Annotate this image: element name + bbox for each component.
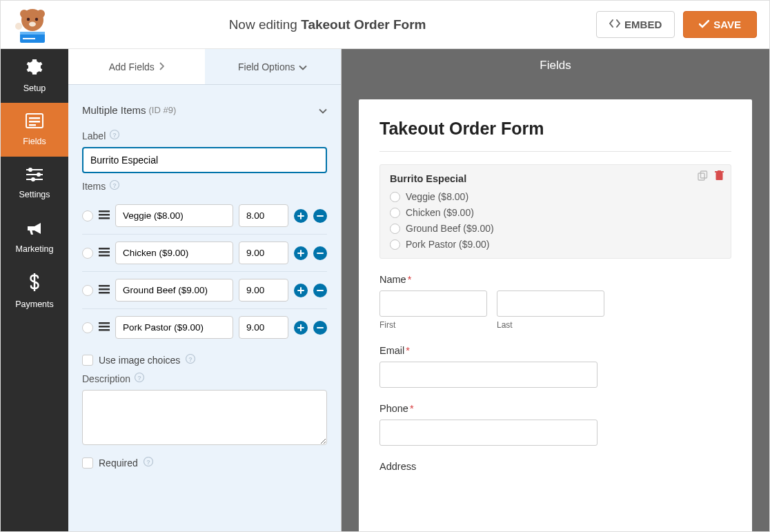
sidebar-label: Payments [15, 299, 54, 309]
svg-rect-31 [99, 288, 110, 290]
remove-item-button[interactable] [313, 209, 327, 223]
item-price-input[interactable] [239, 279, 288, 302]
description-textarea[interactable] [82, 390, 327, 445]
field-panel: Add Fields Field Options Multiple Items … [68, 49, 342, 531]
svg-rect-26 [99, 217, 110, 219]
help-icon[interactable]: ? [135, 373, 144, 384]
add-item-button[interactable] [294, 321, 308, 335]
item-default-radio[interactable] [82, 285, 93, 296]
field-label-input[interactable] [82, 147, 327, 173]
help-icon[interactable]: ? [144, 457, 153, 469]
drag-handle-icon[interactable] [99, 321, 110, 335]
svg-text:?: ? [113, 132, 117, 139]
sidebar-label: Setup [23, 83, 46, 93]
option-label: Pork Pastor ($9.00) [406, 239, 489, 250]
bullhorn-icon [26, 221, 43, 240]
svg-rect-28 [99, 251, 110, 253]
preview-option[interactable]: Ground Beef ($9.00) [390, 223, 721, 234]
svg-rect-24 [99, 210, 110, 213]
help-icon[interactable]: ? [110, 130, 119, 141]
radio-icon [390, 208, 400, 218]
duplicate-icon[interactable] [698, 170, 708, 183]
svg-text:?: ? [189, 356, 193, 363]
help-icon[interactable]: ? [186, 354, 195, 366]
tab-add-fields[interactable]: Add Fields [68, 49, 205, 84]
preview-option[interactable]: Pork Pastor ($9.00) [390, 239, 721, 250]
image-choices-checkbox[interactable] [82, 355, 93, 366]
drag-handle-icon[interactable] [99, 209, 110, 223]
svg-rect-46 [718, 170, 721, 172]
svg-text:?: ? [112, 182, 117, 189]
item-default-radio[interactable] [82, 210, 93, 221]
trash-icon[interactable] [715, 170, 724, 183]
form-icon [26, 113, 43, 132]
preview-option[interactable]: Chicken ($9.00) [390, 207, 721, 218]
item-row [82, 309, 327, 346]
save-button[interactable]: SAVE [683, 11, 757, 38]
remove-item-button[interactable] [313, 284, 327, 297]
image-choices-label: Use image choices [99, 355, 180, 366]
svg-rect-7 [20, 32, 45, 35]
required-label: Required [99, 457, 138, 469]
sidebar-item-fields[interactable]: Fields [1, 103, 68, 157]
svg-rect-35 [99, 329, 110, 331]
description-label: Description [82, 373, 130, 384]
preview-area: Fields Takeout Order Form [342, 49, 769, 531]
add-item-button[interactable] [294, 284, 308, 297]
item-label-input[interactable] [115, 204, 233, 227]
svg-point-9 [15, 23, 22, 30]
items-label: Items [82, 181, 106, 192]
first-name-input[interactable] [379, 290, 487, 317]
svg-rect-29 [99, 255, 110, 257]
section-header[interactable]: Multiple Items (ID #9) [68, 97, 341, 123]
item-price-input[interactable] [239, 316, 288, 339]
item-label-input[interactable] [115, 316, 233, 339]
svg-text:?: ? [146, 459, 150, 466]
last-name-input[interactable] [497, 290, 604, 317]
sidebar-item-setup[interactable]: Setup [1, 49, 68, 103]
svg-rect-42 [698, 173, 704, 180]
item-default-radio[interactable] [82, 322, 93, 333]
phone-input[interactable] [379, 420, 598, 446]
add-item-button[interactable] [294, 209, 308, 223]
svg-rect-25 [99, 214, 110, 216]
drag-handle-icon[interactable] [99, 246, 110, 260]
preview-header: Fields [342, 49, 769, 82]
item-row [82, 235, 327, 272]
tab-field-options[interactable]: Field Options [205, 49, 342, 84]
item-row [82, 197, 327, 235]
svg-rect-44 [716, 173, 723, 180]
item-label-input[interactable] [115, 279, 233, 302]
email-input[interactable] [379, 362, 598, 388]
radio-icon [390, 224, 400, 234]
preview-selected-field[interactable]: Burrito Especial Veggie ($8.00)Chicken (… [379, 164, 731, 259]
item-price-input[interactable] [239, 204, 288, 227]
sidebar-item-marketing[interactable]: Marketing [1, 210, 68, 264]
embed-button[interactable]: EMBED [596, 11, 675, 38]
drag-handle-icon[interactable] [99, 284, 110, 297]
item-default-radio[interactable] [82, 248, 93, 259]
remove-item-button[interactable] [313, 246, 327, 260]
preview-option[interactable]: Veggie ($8.00) [390, 191, 721, 202]
svg-rect-34 [99, 326, 110, 328]
item-label-input[interactable] [115, 242, 233, 264]
chevron-down-icon [299, 61, 307, 72]
svg-rect-12 [29, 121, 40, 123]
chevron-down-icon [319, 105, 327, 116]
required-checkbox[interactable] [82, 457, 93, 469]
divider [379, 151, 731, 152]
header-title: Now editing Takeout Order Form [59, 17, 596, 32]
sidebar-label: Fields [23, 137, 46, 146]
panel-tabs: Add Fields Field Options [68, 49, 341, 85]
add-item-button[interactable] [294, 246, 308, 260]
selected-field-label: Burrito Especial [390, 173, 721, 184]
item-row [82, 272, 327, 309]
item-price-input[interactable] [239, 242, 288, 264]
sidebar-item-payments[interactable]: Payments [1, 264, 68, 318]
radio-icon [390, 239, 400, 250]
remove-item-button[interactable] [313, 321, 327, 335]
help-icon[interactable]: ? [110, 180, 119, 192]
last-sublabel: Last [497, 320, 604, 330]
dollar-icon [29, 273, 40, 295]
sidebar-item-settings[interactable]: Settings [1, 157, 68, 210]
